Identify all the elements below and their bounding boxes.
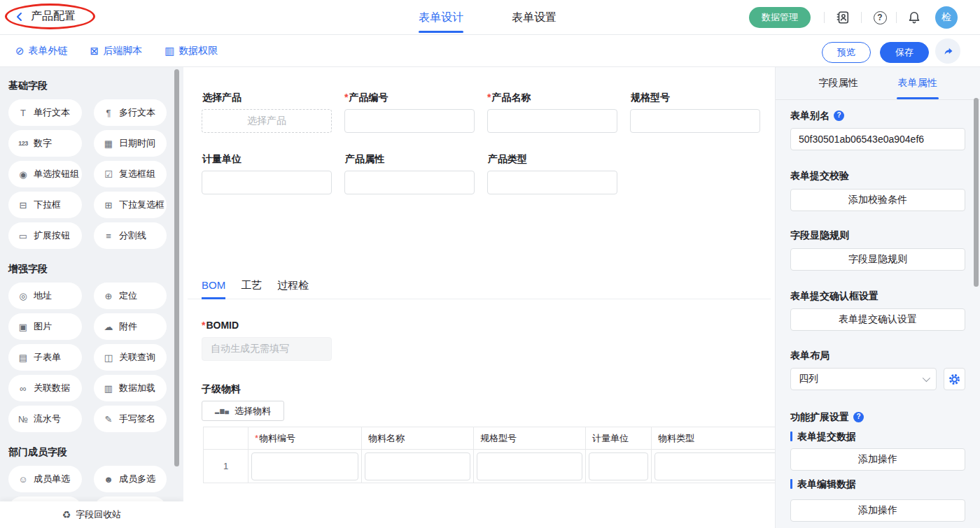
external-link-button[interactable]: ⊘ 表单外链 <box>15 45 68 57</box>
field-type-linked-query[interactable]: ◫关联查询 <box>94 344 167 371</box>
panel-scrollbar[interactable] <box>974 98 979 287</box>
form-alias-input[interactable] <box>790 128 965 150</box>
submit-confirm-button[interactable]: 表单提交确认设置 <box>790 308 965 331</box>
col-unit: 计量单位 <box>586 427 652 450</box>
form-field-product-attr: 产品属性 <box>344 153 475 194</box>
help-icon[interactable]: ? <box>853 412 864 422</box>
gear-icon <box>948 373 960 385</box>
material-code-input[interactable] <box>251 452 358 480</box>
preview-button[interactable]: 预览 <box>822 42 871 63</box>
field-type-image[interactable]: ▣图片 <box>8 313 82 340</box>
save-button[interactable]: 保存 <box>880 42 929 63</box>
field-type-checkbox-group[interactable]: ☑复选框组 <box>94 161 167 187</box>
field-type-signature[interactable]: ✎手写签名 <box>94 406 167 432</box>
child-material-label: 子级物料 <box>202 383 771 394</box>
tab-field-properties[interactable]: 字段属性 <box>819 67 858 99</box>
permission-icon: ▥ <box>164 45 174 57</box>
layout-settings-button[interactable] <box>944 368 965 390</box>
subtab-bom[interactable]: BOM <box>202 279 225 299</box>
spec-model-cell-input[interactable] <box>477 452 582 480</box>
back-chevron-icon <box>14 11 25 22</box>
product-code-input[interactable] <box>344 109 475 133</box>
data-manage-button[interactable]: 数据管理 <box>749 7 811 28</box>
field-type-datetime[interactable]: ▦日期时间 <box>94 130 167 157</box>
sidebar-scrollbar[interactable] <box>174 69 179 466</box>
target-icon: ⊕ <box>103 291 114 301</box>
single-line-text-icon: T <box>18 108 29 118</box>
field-type-radio-group[interactable]: ◉单选按钮组 <box>8 161 82 187</box>
subform-icon: ▤ <box>18 352 29 363</box>
product-name-input[interactable] <box>487 109 617 133</box>
submit-data-add-button[interactable]: 添加操作 <box>790 448 965 471</box>
form-design-canvas: 选择产品 选择产品 *产品编号 *产品名称 规格型号 计量单位 产品属性 产品类… <box>183 67 775 528</box>
divider <box>861 12 862 23</box>
edit-data-group-label: 表单编辑数据 <box>790 478 965 490</box>
contacts-icon[interactable] <box>834 9 851 26</box>
unit-cell-input[interactable] <box>589 452 648 480</box>
field-type-multi-select[interactable]: ⊞下拉复选框 <box>94 192 167 218</box>
form-field-product-code: *产品编号 <box>344 92 475 133</box>
share-button[interactable] <box>935 38 960 64</box>
divider-icon: ≡ <box>103 231 114 241</box>
col-row-number <box>204 427 248 450</box>
tab-form-design[interactable]: 表单设计 <box>419 0 463 35</box>
field-type-serial-number[interactable]: №流水号 <box>8 406 82 432</box>
divider <box>824 12 825 23</box>
form-field-product-name: *产品名称 <box>487 92 617 133</box>
top-header: 产品配置 表单设计 表单设置 数据管理 ? 检 <box>0 0 980 35</box>
section-enhanced-fields: 增强字段 <box>8 263 175 276</box>
spec-model-input[interactable] <box>630 109 760 133</box>
unit-input[interactable] <box>202 171 332 194</box>
tab-form-settings[interactable]: 表单设置 <box>512 0 556 35</box>
bomid-input[interactable]: 自动生成无需填写 <box>202 337 332 361</box>
help-icon[interactable]: ? <box>872 9 888 26</box>
field-type-linked-data[interactable]: ∞关联数据 <box>8 375 82 401</box>
tab-form-properties[interactable]: 表单属性 <box>898 67 937 99</box>
pen-icon: ✎ <box>103 414 114 424</box>
form-field-product-type: 产品类型 <box>487 153 617 194</box>
field-type-attachment[interactable]: ☁附件 <box>94 313 167 340</box>
backend-script-button[interactable]: ⊠ 后端脚本 <box>90 45 143 57</box>
field-type-number[interactable]: 123数字 <box>8 130 82 157</box>
subtab-inspection[interactable]: 过程检 <box>277 279 309 299</box>
link-chain-icon: ∞ <box>18 383 29 394</box>
subtab-process[interactable]: 工艺 <box>241 279 262 299</box>
help-icon[interactable]: ? <box>834 110 844 121</box>
field-type-address[interactable]: ◎地址 <box>8 283 82 309</box>
dropdown-icon: ⊟ <box>18 200 29 211</box>
pick-material-button[interactable]: ▂▆▄ 选择物料 <box>202 401 284 421</box>
edit-data-add-button[interactable]: 添加操作 <box>790 499 965 522</box>
product-type-input[interactable] <box>487 171 617 194</box>
field-type-extend-button[interactable]: ▭扩展按钮 <box>8 222 82 249</box>
field-recycle-bin[interactable]: ♻ 字段回收站 <box>0 501 183 528</box>
field-type-multi-line-text[interactable]: ¶多行文本 <box>94 99 167 126</box>
image-icon: ▣ <box>18 322 29 332</box>
col-material-name: 物料名称 <box>362 427 474 450</box>
field-type-member-single[interactable]: ☺成员单选 <box>8 466 82 492</box>
page-title: 产品配置 <box>31 9 76 24</box>
user-avatar[interactable]: 检 <box>935 6 958 29</box>
field-visibility-button[interactable]: 字段显隐规则 <box>790 248 965 271</box>
add-validation-button[interactable]: 添加校验条件 <box>790 189 965 211</box>
field-type-geolocation[interactable]: ⊕定位 <box>94 283 167 309</box>
field-type-divider[interactable]: ≡分割线 <box>94 222 167 249</box>
properties-panel: 字段属性 表单属性 表单别名 ? 表单提交校验 添加校验条件 字段显隐规则 字段… <box>775 67 980 528</box>
material-type-input[interactable] <box>654 452 775 480</box>
field-type-data-load[interactable]: ▥数据加载 <box>94 375 167 401</box>
product-attr-input[interactable] <box>344 171 475 194</box>
data-permission-button[interactable]: ▥ 数据权限 <box>164 45 218 57</box>
form-field-select-product: 选择产品 选择产品 <box>202 92 332 133</box>
bar-chart-icon: ▂▆▄ <box>215 408 230 414</box>
back-button[interactable]: 产品配置 <box>14 9 76 24</box>
layout-select[interactable]: 四列 <box>790 368 937 390</box>
material-name-input[interactable] <box>365 452 470 480</box>
field-type-select[interactable]: ⊟下拉框 <box>8 192 82 218</box>
number-icon: 123 <box>18 140 29 147</box>
select-product-button[interactable]: 选择产品 <box>202 109 332 133</box>
field-type-member-multi[interactable]: ☻成员多选 <box>94 466 167 492</box>
field-type-subform[interactable]: ▤子表单 <box>8 344 82 371</box>
cloud-upload-icon: ☁ <box>103 322 114 332</box>
notification-bell-icon[interactable] <box>906 9 923 26</box>
field-type-single-line-text[interactable]: T单行文本 <box>8 99 82 126</box>
section-member-fields: 部门成员字段 <box>8 446 175 459</box>
